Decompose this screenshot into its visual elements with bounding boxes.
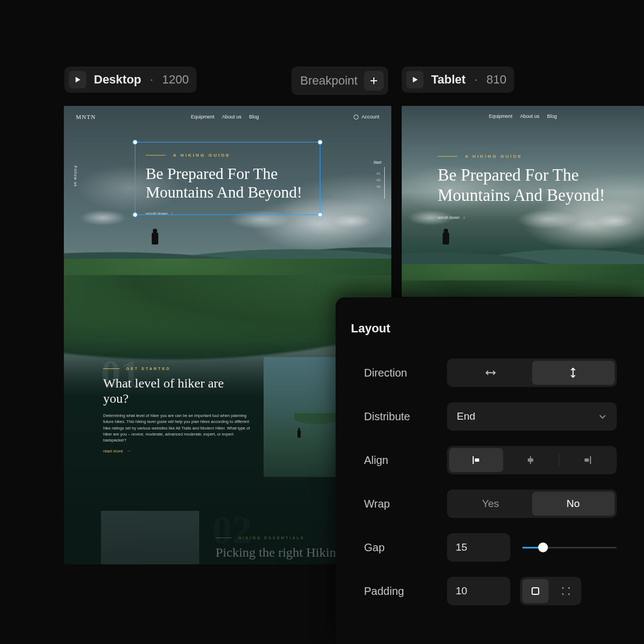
separator: · xyxy=(474,73,478,87)
padding-mode-toggle xyxy=(520,577,581,605)
start-nums: 01 02 03 xyxy=(377,170,380,190)
hero-title: Be Prepared For The Mountains And Beyond… xyxy=(438,165,640,205)
wrap-label: Wrap xyxy=(351,498,447,510)
wrap-toggle: Yes No xyxy=(447,490,617,518)
gap-slider[interactable] xyxy=(522,533,617,562)
start-label: Start xyxy=(373,160,381,164)
breakpoint-tablet-label[interactable]: Tablet xyxy=(431,73,466,87)
site-logo: MNTN xyxy=(76,114,96,120)
site-nav: Equipment About us Blog xyxy=(412,114,634,119)
section-number: 02 xyxy=(212,508,252,553)
selection-box[interactable] xyxy=(135,142,320,215)
nav-blog: Blog xyxy=(249,114,259,120)
arrow-right-icon: → xyxy=(126,449,130,454)
nav-about: About us xyxy=(520,114,540,119)
play-button-desktop[interactable] xyxy=(69,71,86,88)
svg-rect-6 xyxy=(532,588,539,594)
scroll-label: scroll down xyxy=(438,215,460,220)
distribute-label: Distribute xyxy=(351,410,447,423)
svg-rect-0 xyxy=(473,456,474,464)
selection-handle-top-left[interactable] xyxy=(133,140,138,145)
svg-rect-1 xyxy=(475,458,479,462)
wrap-no-button[interactable]: No xyxy=(532,492,615,516)
direction-horizontal-button[interactable] xyxy=(449,361,532,385)
selection-handle-bottom-right[interactable] xyxy=(318,212,323,217)
padding-individual-button[interactable] xyxy=(553,579,579,603)
plus-icon xyxy=(369,76,378,85)
site-nav: MNTN Equipment About us Blog Account xyxy=(76,114,379,120)
padding-label: Padding xyxy=(351,585,447,598)
sec02-eyebrow: HIKING ESSENTIALS xyxy=(238,536,305,540)
play-button-tablet[interactable] xyxy=(406,71,424,88)
svg-rect-5 xyxy=(585,458,589,462)
chevron-down-icon xyxy=(598,412,607,421)
svg-rect-4 xyxy=(590,456,591,464)
separator: · xyxy=(150,73,153,87)
breakpoint-desktop-header: Desktop · 1200 xyxy=(64,67,196,93)
selection-handle-top-right[interactable] xyxy=(318,140,323,145)
breakpoint-tablet-size: 810 xyxy=(486,73,506,87)
align-start-icon xyxy=(471,455,482,466)
align-start-button[interactable] xyxy=(449,448,503,472)
nav-about: About us xyxy=(222,114,242,120)
play-icon xyxy=(411,76,419,84)
section-number: 01 xyxy=(101,351,140,397)
gap-input[interactable]: 15 xyxy=(447,533,510,562)
follow-us: Follow us xyxy=(74,166,77,187)
wrap-yes-button[interactable]: Yes xyxy=(449,492,532,516)
start-line xyxy=(384,167,385,199)
svg-rect-3 xyxy=(528,458,533,462)
add-breakpoint-button[interactable] xyxy=(364,71,384,91)
align-toggle xyxy=(447,446,617,474)
layout-panel: Layout Direction Distribute End Align xyxy=(336,297,644,644)
distribute-select[interactable]: End xyxy=(447,402,617,431)
gap-label: Gap xyxy=(351,541,447,554)
padding-individual-icon xyxy=(560,586,571,597)
align-center-button[interactable] xyxy=(503,448,557,472)
arrow-horizontal-icon xyxy=(485,367,497,379)
play-icon xyxy=(74,76,81,84)
sec01-eyebrow: GET STARTED xyxy=(126,367,171,371)
sec01-body: Determining what level of hiker you are … xyxy=(103,413,251,443)
direction-vertical-button[interactable] xyxy=(532,361,615,385)
align-end-button[interactable] xyxy=(560,448,615,472)
panel-title: Layout xyxy=(351,321,617,336)
sec01-image xyxy=(264,357,340,477)
account-icon xyxy=(354,115,359,120)
arrow-down-icon: ↓ xyxy=(463,215,465,220)
sec02-image xyxy=(101,511,199,564)
padding-uniform-icon xyxy=(530,586,541,597)
breakpoint-add-label: Breakpoint xyxy=(300,74,357,88)
nav-account: Account xyxy=(361,114,379,120)
direction-toggle xyxy=(447,359,617,387)
distribute-value: End xyxy=(457,410,475,422)
align-label: Align xyxy=(351,454,447,467)
breakpoint-tablet-header: Tablet · 810 xyxy=(402,67,514,93)
canvas-frame-tablet[interactable]: Equipment About us Blog A HIKING GUIDE B… xyxy=(402,106,644,297)
readmore-label: read more xyxy=(103,449,123,454)
align-center-icon xyxy=(525,455,536,466)
align-end-icon xyxy=(582,455,593,466)
arrow-vertical-icon xyxy=(567,367,579,379)
nav-equipment: Equipment xyxy=(191,114,214,120)
breakpoint-desktop-size: 1200 xyxy=(162,73,189,87)
direction-label: Direction xyxy=(351,367,447,379)
nav-equipment: Equipment xyxy=(489,114,512,119)
hero-block: A HIKING GUIDE Be Prepared For The Mount… xyxy=(438,154,640,220)
nav-blog: Blog xyxy=(547,114,557,119)
hero-eyebrow: A HIKING GUIDE xyxy=(465,154,522,159)
breakpoint-desktop-label[interactable]: Desktop xyxy=(94,73,141,87)
breakpoint-add-group: Breakpoint xyxy=(291,67,388,95)
padding-uniform-button[interactable] xyxy=(522,579,548,603)
selection-handle-bottom-left[interactable] xyxy=(133,212,138,217)
padding-input[interactable]: 10 xyxy=(447,577,510,605)
